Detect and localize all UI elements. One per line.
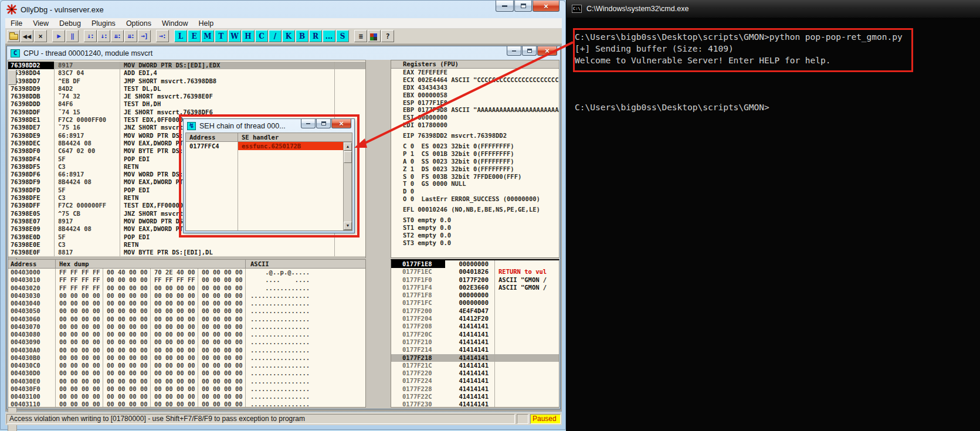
threads-window-button[interactable]: T bbox=[215, 30, 228, 42]
stack-pane[interactable]: 0177F1E8 00000000 0177F1EC 00401826 RETU… bbox=[391, 259, 559, 408]
register-line[interactable]: O 0 LastErr ERROR_SUCCESS (00000000) bbox=[391, 195, 559, 203]
disasm-row[interactable]: 76398DDD 84F6 TEST DH,DH bbox=[8, 100, 365, 108]
close-button[interactable]: × bbox=[533, 1, 559, 12]
register-line[interactable]: ST2 empty 0.0 bbox=[391, 232, 559, 239]
cpu-minimize-button[interactable] bbox=[507, 46, 521, 56]
handles-window-button[interactable]: H bbox=[242, 30, 255, 42]
stack-row[interactable]: 0177F214 41414141 bbox=[391, 346, 559, 354]
animate-over-button[interactable]: ⇊: bbox=[124, 30, 137, 42]
scroll-down-icon[interactable]: ▼ bbox=[344, 222, 352, 230]
seh-scrollbar[interactable]: ▲ ▼ bbox=[343, 142, 352, 230]
disasm-row[interactable]: 76398DDB ˇ74 32 JE SHORT msvcrt.76398E0F bbox=[8, 93, 365, 100]
minimize-button[interactable] bbox=[496, 1, 514, 12]
scroll-thumb[interactable] bbox=[344, 151, 352, 163]
seh-row[interactable]: 0177FFC4 essfunc.6250172B bbox=[186, 142, 352, 150]
source-window-button[interactable]: S bbox=[336, 30, 349, 42]
appearance-button[interactable] bbox=[368, 30, 381, 42]
hexdump-row[interactable]: 00403100 00 00 00 00 00 00 00 00 00 00 0… bbox=[8, 393, 365, 401]
hexdump-row[interactable]: 004030A0 00 00 00 00 00 00 00 00 00 00 0… bbox=[8, 347, 365, 354]
hexdump-row[interactable]: 004030E0 00 00 00 00 00 00 00 00 00 00 0… bbox=[8, 378, 365, 385]
register-line[interactable]: ESP 0177F1E8 bbox=[391, 99, 559, 107]
registers-pane[interactable]: Registers (FPU) EAX 7EFEFEFEECX 002E4464… bbox=[391, 60, 559, 258]
stack-row[interactable]: 0177F21C 41414141 bbox=[391, 362, 559, 369]
stack-row[interactable]: 0177F218 41414141 bbox=[391, 354, 559, 362]
hexdump-row[interactable]: 004030B0 00 00 00 00 00 00 00 00 00 00 0… bbox=[8, 354, 365, 362]
disasm-row[interactable]: 76398DDF ˇ74 15 JE SHORT msvcrt.76398DF6 bbox=[8, 108, 365, 116]
register-line[interactable]: EBP 0177F9D8 ASCII "AAAAAAAAAAAAAAAAAAAA… bbox=[391, 106, 559, 114]
patches-window-button[interactable]: / bbox=[269, 30, 282, 42]
hexdump-row[interactable]: 00403020 FF FF FF FF 00 00 00 00 00 00 0… bbox=[8, 284, 365, 292]
scroll-up-icon[interactable]: ▲ bbox=[344, 142, 352, 151]
menu-help[interactable]: Help bbox=[193, 18, 219, 28]
stack-row[interactable]: 0177F1E8 00000000 bbox=[391, 260, 559, 268]
hexdump-row[interactable]: 004030C0 00 00 00 00 00 00 00 00 00 00 0… bbox=[8, 362, 365, 369]
pause-button[interactable]: ‖ bbox=[66, 30, 79, 42]
scroll-thumb[interactable] bbox=[8, 70, 16, 85]
register-line[interactable]: P 1 CS 001B 32bit 0(FFFFFFFF) bbox=[391, 150, 559, 158]
register-line[interactable]: ST0 empty 0.0 bbox=[391, 216, 559, 224]
disasm-row[interactable]: 76398DD7 ^EB DF JMP SHORT msvcrt.76398DB… bbox=[8, 77, 365, 85]
scroll-track[interactable] bbox=[344, 151, 351, 222]
disasm-row[interactable]: 76398DD2 8917 MOV DWORD PTR DS:[EDI],EDX bbox=[8, 62, 365, 69]
stack-row[interactable]: 0177F1F8 00000000 bbox=[391, 291, 559, 299]
execute-till-return-button[interactable]: →] bbox=[138, 30, 151, 42]
step-into-button[interactable]: ↓: bbox=[84, 30, 97, 42]
seh-maximize-button[interactable] bbox=[316, 119, 331, 128]
register-line[interactable]: EAX 7EFEFEFE bbox=[391, 69, 559, 76]
log-window-button[interactable]: L bbox=[174, 30, 187, 42]
stack-row[interactable]: 0177F224 41414141 bbox=[391, 377, 559, 385]
register-line[interactable]: Z 1 DS 0023 32bit 0(FFFFFFFF) bbox=[391, 165, 559, 173]
scroll-track[interactable] bbox=[8, 69, 16, 249]
disasm-row[interactable]: 76398E0D 5F POP EDI bbox=[8, 233, 365, 241]
cpu-close-button[interactable]: × bbox=[537, 46, 557, 56]
executables-window-button[interactable]: E bbox=[188, 30, 201, 42]
stack-row[interactable]: 0177F20C 41414141 bbox=[391, 331, 559, 338]
register-line[interactable]: EFL 00010246 (NO,NB,E,BE,NS,PE,GE,LE) bbox=[391, 206, 559, 213]
register-line[interactable]: EDI 01780000 bbox=[391, 121, 559, 129]
hexdump-row[interactable]: 00403060 00 00 00 00 00 00 00 00 00 00 0… bbox=[8, 315, 365, 323]
disasm-scrollbar[interactable]: ▲ ▼ bbox=[8, 60, 17, 258]
close-program-button[interactable]: × bbox=[34, 30, 47, 42]
disasm-row[interactable]: 76398E0E C3 RETN bbox=[8, 241, 365, 249]
hexdump-row[interactable]: 00403030 00 00 00 00 00 00 00 00 00 00 0… bbox=[8, 292, 365, 300]
restart-button[interactable]: ◀◀ bbox=[21, 30, 33, 42]
hexdump-row[interactable]: 00403040 00 00 00 00 00 00 00 00 00 00 0… bbox=[8, 300, 365, 307]
hexdump-row[interactable]: 00403080 00 00 00 00 00 00 00 00 00 00 0… bbox=[8, 331, 365, 338]
register-line[interactable]: D 0 bbox=[391, 188, 559, 195]
stack-row[interactable]: 0177F1FC 00000000 bbox=[391, 299, 559, 307]
stack-row[interactable]: 0177F208 41414141 bbox=[391, 323, 559, 330]
register-line[interactable]: C 0 ES 0023 32bit 0(FFFFFFFF) bbox=[391, 142, 559, 150]
stack-row[interactable]: 0177F210 41414141 bbox=[391, 338, 559, 346]
cmd-console[interactable]: C:\Users\bigb0ss\Desktop\scripts\GMON>py… bbox=[567, 18, 980, 431]
register-line[interactable]: ST1 empty 0.0 bbox=[391, 224, 559, 232]
menu-plugins[interactable]: Plugins bbox=[86, 18, 121, 28]
stack-row[interactable]: 0177F1EC 00401826 RETURN to vul bbox=[391, 268, 559, 276]
hexdump-pane[interactable]: Address Hex dump ASCII 00403000 FF FF FF… bbox=[8, 259, 366, 408]
seh-close-button[interactable]: × bbox=[331, 119, 351, 128]
hexdump-row[interactable]: 004030F0 00 00 00 00 00 00 00 00 00 00 0… bbox=[8, 385, 365, 393]
options-list-button[interactable]: ≡ bbox=[354, 30, 367, 42]
hexdump-row[interactable]: 00403090 00 00 00 00 00 00 00 00 00 00 0… bbox=[8, 338, 365, 346]
menu-view[interactable]: View bbox=[28, 18, 54, 28]
references-window-button[interactable]: R bbox=[309, 30, 322, 42]
breakpoints-window-button[interactable]: B bbox=[296, 30, 308, 42]
cpu-restore-button[interactable] bbox=[522, 46, 537, 56]
animate-into-button[interactable]: ⇊: bbox=[111, 30, 124, 42]
seh-minimize-button[interactable] bbox=[301, 119, 316, 128]
stack-row[interactable]: 0177F220 41414141 bbox=[391, 369, 559, 377]
open-file-button[interactable] bbox=[7, 30, 20, 42]
register-line[interactable]: EDX 43434343 bbox=[391, 84, 559, 91]
hexdump-row[interactable]: 00403010 FF FF FF FF 00 00 00 00 FF FF F… bbox=[8, 276, 365, 284]
stack-row[interactable]: 0177F228 41414141 bbox=[391, 385, 559, 393]
register-line[interactable]: ECX 002E4464 ASCII "CCCCCCCCCCCCCCCCCCCC… bbox=[391, 76, 559, 84]
cmd-titlebar[interactable]: C:\ C:\Windows\system32\cmd.exe bbox=[567, 0, 980, 18]
run-button[interactable]: ▶ bbox=[52, 30, 65, 42]
register-line[interactable]: EIP 76398DD2 msvcrt.76398DD2 bbox=[391, 132, 559, 140]
go-to-address-button[interactable]: →: bbox=[156, 30, 169, 42]
stack-row[interactable]: 0177F230 41414141 bbox=[391, 401, 559, 408]
disasm-row[interactable]: 76398DD4 83C7 04 ADD EDI,4 bbox=[8, 69, 365, 77]
stack-row[interactable]: 0177F204 41412F20 bbox=[391, 315, 559, 323]
stack-row[interactable]: 0177F200 4E4F4D47 bbox=[391, 307, 559, 315]
stack-row[interactable]: 0177F1F0 0177F200 ASCII "GMON / bbox=[391, 276, 559, 284]
menu-window[interactable]: Window bbox=[157, 18, 193, 28]
